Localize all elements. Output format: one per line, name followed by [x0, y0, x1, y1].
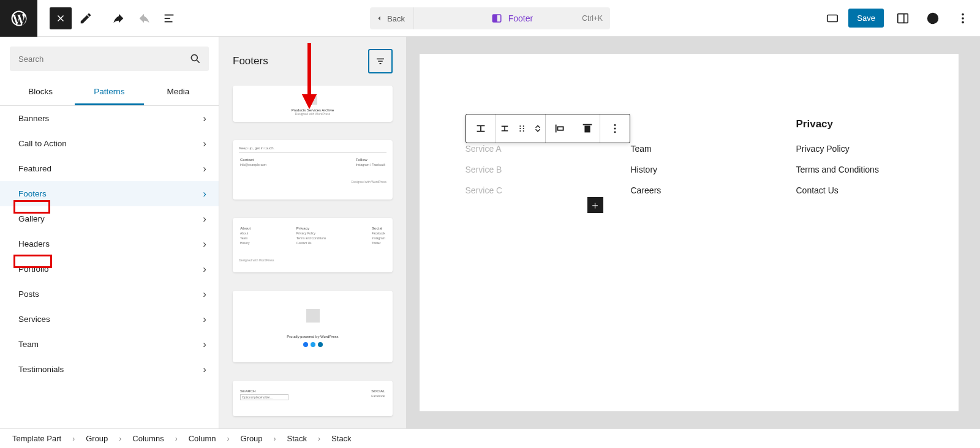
tools-icon[interactable] — [75, 7, 97, 29]
footer-link[interactable]: Service B — [466, 165, 557, 174]
category-label: Banners — [18, 114, 49, 123]
footer-link[interactable]: Privacy Policy — [796, 144, 888, 154]
svg-point-31 — [614, 128, 616, 130]
svg-line-14 — [197, 61, 200, 63]
category-item-services[interactable]: Services — [0, 307, 219, 332]
block-toolbar — [466, 114, 630, 143]
footer-link[interactable]: Team — [631, 144, 723, 154]
back-label: Back — [387, 14, 405, 23]
wordpress-logo[interactable] — [0, 0, 37, 37]
block-breadcrumb: Template Part›Group›Columns›Column›Group… — [0, 428, 980, 448]
breadcrumb-item[interactable]: Template Part — [12, 434, 61, 443]
category-label: Team — [18, 340, 39, 349]
svg-rect-29 — [585, 126, 589, 132]
block-options-button[interactable] — [600, 114, 630, 143]
breadcrumb-item[interactable]: Column — [189, 434, 216, 443]
close-inserter-button[interactable] — [50, 7, 72, 29]
pattern-card[interactable]: AboutAboutTeamHistory PrivacyPrivacy Pol… — [233, 218, 393, 272]
command-shortcut: Ctrl+K — [582, 14, 603, 23]
svg-point-25 — [522, 130, 524, 132]
pattern-card[interactable]: SEARCHOptional placeholder… SOCIALFacebo… — [233, 381, 393, 417]
svg-point-12 — [962, 21, 964, 23]
drag-handle[interactable] — [513, 114, 530, 143]
pattern-card[interactable]: Proudly powered by WordPress — [233, 291, 393, 362]
svg-point-30 — [614, 124, 616, 126]
category-label: Call to Action — [18, 139, 67, 148]
footer-link[interactable]: Service A — [466, 144, 557, 154]
category-label: Testimonials — [18, 365, 64, 374]
chevron-right-icon — [203, 138, 206, 149]
chevron-right-icon — [203, 314, 206, 324]
settings-panel-toggle[interactable] — [892, 7, 914, 29]
justify-button[interactable] — [546, 114, 575, 143]
chevron-right-icon — [203, 339, 206, 349]
chevron-right-icon — [203, 264, 206, 274]
align-button[interactable] — [575, 114, 600, 143]
category-item-team[interactable]: Team — [0, 332, 219, 357]
add-block-button[interactable]: ＋ — [587, 197, 603, 213]
category-label: Footers — [18, 189, 47, 198]
svg-point-20 — [519, 125, 521, 127]
svg-point-23 — [522, 125, 524, 127]
pattern-filter-button[interactable] — [368, 49, 393, 73]
undo-button[interactable] — [108, 7, 130, 29]
footer-link[interactable]: Service C — [466, 185, 557, 195]
more-options-button[interactable] — [952, 7, 974, 29]
pattern-card[interactable]: Products Services Archive Designed with … — [233, 86, 393, 122]
svg-rect-6 — [492, 15, 497, 22]
view-button[interactable] — [821, 7, 843, 29]
category-item-banners[interactable]: Banners — [0, 106, 219, 131]
chevron-right-icon — [203, 163, 206, 174]
category-label: Featured — [18, 164, 51, 173]
chevron-right-icon — [203, 113, 206, 124]
category-item-footers[interactable]: Footers — [0, 181, 219, 206]
tab-media[interactable]: Media — [144, 81, 213, 105]
category-item-call-to-action[interactable]: Call to Action — [0, 131, 219, 156]
footer-link[interactable]: Contact Us — [796, 185, 888, 195]
pattern-card[interactable]: Keep up, get in touch. Contactinfo@examp… — [233, 140, 393, 200]
document-title: Footer — [508, 13, 533, 23]
document-overview-button[interactable] — [158, 7, 180, 29]
chevron-right-icon — [203, 364, 206, 375]
search-input[interactable] — [17, 54, 183, 64]
footer-link[interactable]: History — [631, 165, 723, 174]
breadcrumb-item[interactable]: Group — [240, 434, 262, 443]
move-down-button[interactable] — [533, 126, 542, 135]
category-item-headers[interactable]: Headers — [0, 231, 219, 256]
styles-button[interactable] — [922, 7, 944, 29]
category-label: Posts — [18, 289, 39, 299]
category-item-gallery[interactable]: Gallery — [0, 206, 219, 231]
category-item-testimonials[interactable]: Testimonials — [0, 357, 219, 382]
search-input-wrapper[interactable] — [10, 47, 209, 71]
editor-canvas[interactable]: ceService AService BService C.TeamHistor… — [420, 54, 959, 411]
chevron-right-icon — [203, 239, 206, 249]
breadcrumb-item[interactable]: Group — [86, 434, 108, 443]
category-label: Services — [18, 315, 50, 324]
block-type-button[interactable] — [466, 114, 496, 143]
svg-point-32 — [614, 131, 616, 133]
parent-block-button[interactable] — [496, 114, 513, 143]
chevron-right-icon — [203, 289, 206, 299]
category-item-featured[interactable]: Featured — [0, 156, 219, 181]
category-item-portfolio[interactable]: Portfolio — [0, 256, 219, 282]
svg-point-24 — [522, 128, 524, 129]
category-label: Gallery — [18, 214, 45, 223]
document-title-bar[interactable]: Footer Ctrl+K — [414, 7, 610, 29]
svg-point-10 — [962, 13, 964, 15]
svg-point-13 — [191, 54, 197, 61]
category-item-posts[interactable]: Posts — [0, 282, 219, 307]
category-label: Portfolio — [18, 264, 49, 274]
breadcrumb-item[interactable]: Stack — [331, 434, 352, 443]
footer-col-heading[interactable]: Privacy — [796, 118, 888, 130]
breadcrumb-item[interactable]: Columns — [132, 434, 164, 443]
tab-patterns[interactable]: Patterns — [75, 81, 143, 105]
svg-rect-27 — [557, 127, 563, 130]
breadcrumb-item[interactable]: Stack — [287, 434, 307, 443]
footer-link[interactable]: Careers — [631, 185, 723, 195]
save-button[interactable]: Save — [848, 9, 884, 28]
svg-rect-7 — [827, 15, 838, 21]
back-button[interactable]: Back — [370, 7, 414, 29]
footer-link[interactable]: Terms and Conditions — [796, 165, 888, 174]
tab-blocks[interactable]: Blocks — [6, 81, 75, 105]
svg-point-21 — [519, 128, 521, 129]
